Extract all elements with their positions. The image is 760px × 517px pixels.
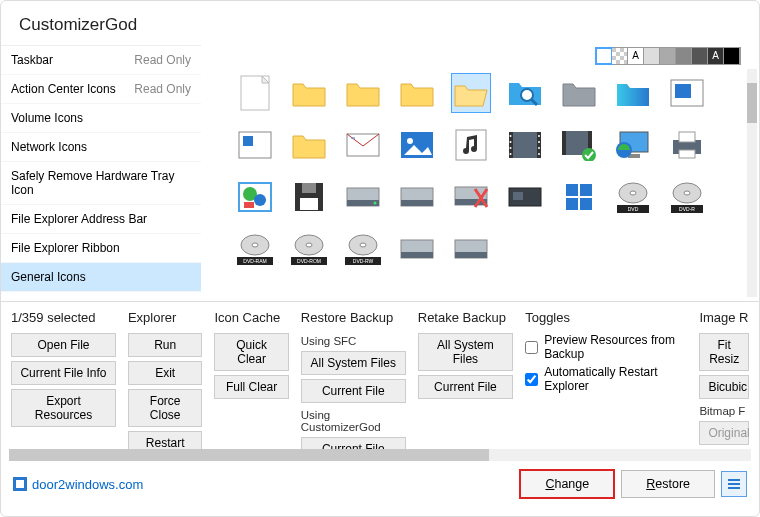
folder-icon[interactable] — [397, 73, 437, 113]
window-small-icon[interactable] — [235, 125, 275, 165]
floppy-icon[interactable] — [289, 177, 329, 217]
drive-icon[interactable] — [397, 229, 437, 269]
restore-cg-current-file-button[interactable]: Current File — [301, 437, 406, 449]
svg-point-20 — [538, 141, 540, 143]
monitor-globe-icon[interactable] — [613, 125, 653, 165]
run-button[interactable]: Run — [128, 333, 202, 357]
sidebar-item-volume[interactable]: Volume Icons — [1, 104, 201, 133]
restore-all-system-files-button[interactable]: All System Files — [301, 351, 406, 375]
full-clear-button[interactable]: Full Clear — [214, 375, 288, 399]
svg-rect-78 — [455, 252, 487, 258]
printer-icon[interactable] — [667, 125, 707, 165]
dvd-r-icon[interactable]: DVD-R — [667, 177, 707, 217]
folder-gradient-icon[interactable] — [613, 73, 653, 113]
fit-resize-button[interactable]: Fit Resiz — [699, 333, 749, 371]
windows-icon[interactable] — [559, 177, 599, 217]
restore-button[interactable]: Restore — [621, 470, 715, 498]
auto-restart-checkbox[interactable]: Automatically Restart Explorer — [525, 365, 687, 393]
restart-button[interactable]: Restart — [128, 431, 202, 449]
icon-canvas: A A — [201, 45, 759, 301]
window-icon[interactable] — [667, 73, 707, 113]
svg-rect-52 — [580, 184, 592, 196]
window-title: CustomizerGod — [1, 1, 759, 45]
folder-icon[interactable] — [289, 73, 329, 113]
picture-icon[interactable] — [397, 125, 437, 165]
drive-dark-icon[interactable] — [505, 177, 545, 217]
music-icon[interactable] — [451, 125, 491, 165]
logo-icon — [13, 477, 27, 491]
sidebar-item-address-bar[interactable]: File Explorer Address Bar — [1, 205, 201, 234]
retake-all-system-files-button[interactable]: All System Files — [418, 333, 513, 371]
current-file-info-button[interactable]: Current File Info — [11, 361, 116, 385]
menu-button[interactable] — [721, 471, 747, 497]
original-button[interactable]: Original — [699, 421, 749, 445]
exit-button[interactable]: Exit — [128, 361, 202, 385]
sidebar-item-ribbon[interactable]: File Explorer Ribbon — [1, 234, 201, 263]
drive-icon[interactable] — [343, 177, 383, 217]
svg-text:DVD-R: DVD-R — [679, 206, 695, 212]
vertical-scrollbar[interactable] — [747, 69, 757, 297]
force-close-button[interactable]: Force Close — [128, 389, 202, 427]
change-button[interactable]: Change — [519, 469, 615, 499]
svg-rect-80 — [16, 480, 24, 488]
svg-text:DVD-ROM: DVD-ROM — [297, 258, 321, 264]
svg-rect-24 — [562, 131, 566, 155]
video-ok-icon[interactable] — [559, 125, 599, 165]
svg-point-68 — [306, 243, 312, 247]
theme-strip[interactable]: A A — [595, 47, 741, 65]
drive-icon[interactable] — [397, 177, 437, 217]
svg-rect-12 — [512, 132, 538, 158]
svg-point-22 — [538, 153, 540, 155]
folder-gray-icon[interactable] — [559, 73, 599, 113]
hamburger-icon — [727, 478, 741, 490]
retake-current-file-button[interactable]: Current File — [418, 375, 513, 399]
selection-count: 1/359 selected — [11, 310, 116, 325]
bicubic-button[interactable]: Bicubic — [699, 375, 749, 399]
video-icon[interactable] — [505, 125, 545, 165]
folder-icon[interactable] — [289, 125, 329, 165]
svg-point-56 — [630, 191, 636, 195]
image-heading: Image R — [699, 310, 749, 325]
restore-current-file-button[interactable]: Current File — [301, 379, 406, 403]
restore-backup-heading: Restore Backup — [301, 310, 406, 325]
svg-point-18 — [510, 153, 512, 155]
dvd-icon[interactable]: DVD — [613, 177, 653, 217]
quick-clear-button[interactable]: Quick Clear — [214, 333, 288, 371]
search-folder-icon[interactable] — [505, 73, 545, 113]
sidebar-item-action-center[interactable]: Action Center IconsRead Only — [1, 75, 201, 104]
folder-icon[interactable] — [343, 73, 383, 113]
svg-point-17 — [510, 147, 512, 149]
drive-icon[interactable] — [451, 229, 491, 269]
preview-resources-checkbox[interactable]: Preview Resources from Backup — [525, 333, 687, 361]
website-link[interactable]: door2windows.com — [13, 477, 143, 492]
retake-backup-heading: Retake Backup — [418, 310, 513, 325]
mail-icon[interactable] — [343, 125, 383, 165]
svg-rect-4 — [675, 84, 691, 98]
svg-rect-31 — [679, 132, 695, 142]
folder-open-icon[interactable] — [451, 73, 491, 113]
file-icon[interactable] — [235, 73, 275, 113]
dvd-ram-icon[interactable]: DVD-RAM — [235, 229, 275, 269]
svg-rect-38 — [302, 183, 316, 193]
svg-point-35 — [254, 194, 266, 206]
drive-error-icon[interactable] — [451, 177, 491, 217]
svg-rect-39 — [300, 198, 318, 210]
svg-rect-51 — [566, 184, 578, 196]
svg-point-15 — [510, 135, 512, 137]
control-panel-icon[interactable] — [235, 177, 275, 217]
dvd-rom-icon[interactable]: DVD-ROM — [289, 229, 329, 269]
sidebar-item-general-icons[interactable]: General Icons — [1, 263, 201, 292]
svg-rect-36 — [244, 202, 254, 208]
export-resources-button[interactable]: Export Resources — [11, 389, 116, 427]
svg-rect-44 — [401, 200, 433, 206]
svg-point-16 — [510, 141, 512, 143]
sidebar-item-safely-remove[interactable]: Safely Remove Hardware Tray Icon — [1, 162, 201, 205]
horizontal-scrollbar[interactable] — [9, 449, 751, 461]
dvd-rw-icon[interactable]: DVD-RW — [343, 229, 383, 269]
sidebar-item-network[interactable]: Network Icons — [1, 133, 201, 162]
open-file-button[interactable]: Open File — [11, 333, 116, 357]
sidebar-item-taskbar[interactable]: TaskbarRead Only — [1, 46, 201, 75]
lower-panel: 1/359 selected Open File Current File In… — [1, 301, 759, 449]
svg-point-64 — [252, 243, 258, 247]
svg-rect-76 — [401, 252, 433, 258]
